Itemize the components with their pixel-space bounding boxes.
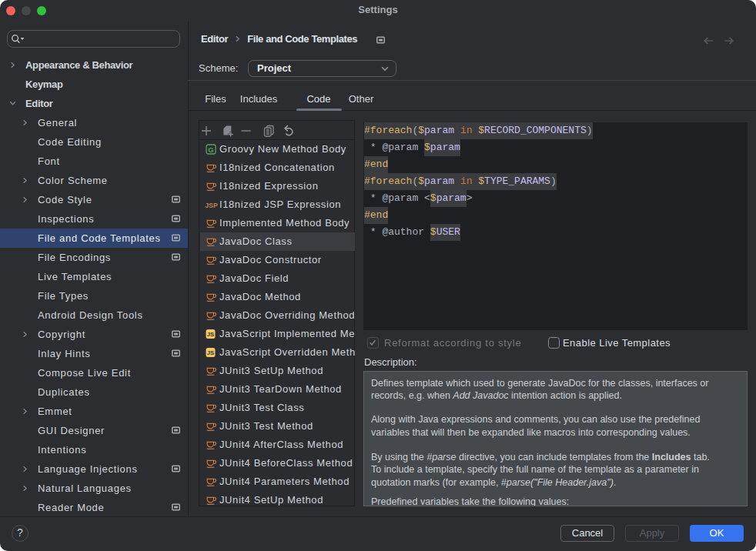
svg-text:JS: JS bbox=[207, 331, 214, 338]
svg-text:G: G bbox=[208, 145, 213, 154]
svg-text:JSP: JSP bbox=[205, 202, 218, 209]
svg-text:JS: JS bbox=[207, 349, 214, 356]
